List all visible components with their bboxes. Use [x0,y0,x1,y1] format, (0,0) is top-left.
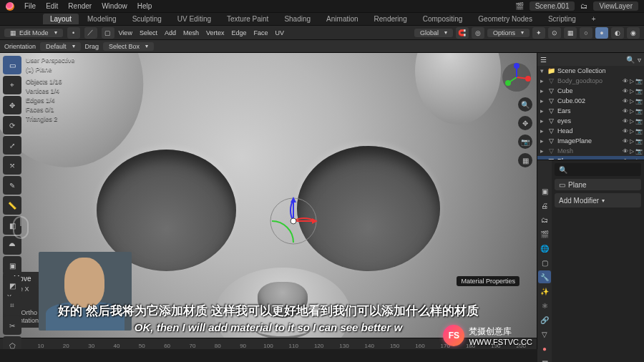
menu-view[interactable]: View [119,29,132,36]
outliner-item-cube[interactable]: ▸▽Cube👁 ▷ 📷 [537,86,644,96]
menu-edit[interactable]: Edit [46,2,58,10]
proptab-physics[interactable]: ⚛ [538,299,551,312]
orientation-dropdown[interactable]: Default [40,42,81,51]
menu-uv[interactable]: UV [275,29,285,36]
proptab-constraints[interactable]: 🔗 [538,313,551,326]
menu-file[interactable]: File [24,2,36,10]
tool-inset[interactable]: ▣ [3,256,21,275]
select-mode-vertex[interactable]: • [67,27,80,39]
outliner-filter-icon[interactable]: ▿ [638,56,641,64]
menu-mesh[interactable]: Mesh [183,29,199,36]
snap-toggle[interactable]: 🧲 [456,27,469,39]
nav-pan-icon[interactable]: ✥ [518,116,532,130]
outliner-display-mode-icon[interactable]: ☰ [540,56,547,64]
nav-camera-icon[interactable]: 📷 [518,134,532,149]
selectable-icon[interactable]: ▷ [630,78,634,84]
menu-render[interactable]: Render [68,2,92,10]
selectable-icon[interactable]: ▷ [630,128,634,134]
outliner-item-head[interactable]: ▸▽Head👁 ▷ 📷 [537,126,644,136]
viewlayer-selector[interactable]: ViewLayer [593,1,638,11]
xray-toggle[interactable]: ▦ [564,27,577,39]
add-modifier-dropdown[interactable]: Add Modifier [555,193,641,207]
eye-icon[interactable]: 👁 [623,148,628,155]
gizmo-toggle[interactable]: ✦ [532,27,545,39]
tab-animation[interactable]: Animation [319,14,365,24]
scene-selector[interactable]: Scene.001 [530,1,575,11]
menu-face[interactable]: Face [253,29,268,36]
properties-search[interactable]: 🔍 [555,163,641,176]
tool-bevel[interactable]: ◩ [3,276,21,295]
tab-add[interactable]: + [585,14,603,24]
nav-zoom-icon[interactable]: 🔍 [518,97,532,112]
proptab-modifiers[interactable]: 🔧 [538,270,551,283]
selectable-icon[interactable]: ▷ [630,118,634,124]
select-mode-face[interactable]: ▢ [102,27,114,39]
tool-select-box[interactable]: ▭ [3,56,21,74]
menu-vertex[interactable]: Vertex [206,29,225,36]
selectable-icon[interactable]: ▷ [630,108,634,114]
menu-edge[interactable]: Edge [231,29,246,36]
tool-transform[interactable]: ⤧ [3,156,21,175]
properties-breadcrumb[interactable]: ▭ Plane [555,179,641,190]
eye-icon[interactable]: 👁 [623,138,628,145]
tab-geometry-nodes[interactable]: Geometry Nodes [471,14,540,24]
proptab-mesh-data[interactable]: ▽ [538,328,551,341]
outliner-item-mesh[interactable]: ▸▽Mesh👁 ▷ 📷 [537,146,644,156]
tab-sculpting[interactable]: Sculpting [125,14,169,24]
outliner-item-body-goodtopo[interactable]: ▸▽Body_goodtopo👁 ▷ 📷 [537,76,644,86]
overlay-toggle[interactable]: ⊙ [548,27,561,39]
menu-window[interactable]: Window [102,2,127,10]
eye-icon[interactable]: 👁 [623,128,628,134]
outliner-item-ears[interactable]: ▸▽Ears👁 ▷ 📷 [537,106,644,116]
transform-orientation[interactable]: Global [414,29,453,37]
shading-wireframe[interactable]: ○ [580,27,592,39]
proptab-particles[interactable]: ✨ [538,285,551,298]
tab-compositing[interactable]: Compositing [416,14,470,24]
render-icon[interactable]: 📷 [635,78,643,84]
selectable-icon[interactable]: ▷ [630,88,634,94]
tab-layout[interactable]: Layout [43,14,79,24]
tab-modeling[interactable]: Modeling [80,14,124,24]
tool-scale[interactable]: ⤢ [3,136,21,155]
proptab-texture[interactable]: ▩ [538,356,551,362]
tab-rendering[interactable]: Rendering [367,14,414,24]
menu-select[interactable]: Select [140,29,157,36]
render-icon[interactable]: 📷 [635,138,643,145]
render-icon[interactable]: 📷 [635,88,643,94]
tab-uv-editing[interactable]: UV Editing [170,14,218,24]
tab-shading[interactable]: Shading [277,14,318,24]
transform-gizmo[interactable] [265,192,322,250]
tool-rotate[interactable]: ⟳ [3,116,21,134]
tool-poly-build[interactable]: ⬠ [3,336,21,349]
eye-icon[interactable]: 👁 [623,78,628,84]
nav-perspective-icon[interactable]: ▦ [518,153,532,167]
tool-measure[interactable]: 📏 [3,196,21,215]
proptab-world[interactable]: 🌐 [538,242,551,255]
outliner-item-cube-002[interactable]: ▸▽Cube.002👁 ▷ 📷 [537,96,644,106]
eye-icon[interactable]: 👁 [623,98,628,104]
proptab-output[interactable]: 🖨 [538,199,551,212]
viewport-3d[interactable]: ▭ ⌖ ✥ ⟳ ⤢ ⤧ ✎ 📏 ◧ ⯊ ▣ ◩ ⌗ ✂ ⬠ User Persp… [0,53,537,349]
tab-scripting[interactable]: Scripting [541,14,583,24]
outliner-search-icon[interactable]: 🔍 [626,56,635,64]
tab-texture-paint[interactable]: Texture Paint [220,14,275,24]
select-mode-edge[interactable]: ／ [84,27,97,39]
proportional-edit-toggle[interactable]: ◎ [472,27,484,39]
selectable-icon[interactable]: ▷ [630,138,634,145]
eye-icon[interactable]: 👁 [623,118,628,124]
tool-move[interactable]: ✥ [3,96,21,114]
selectable-icon[interactable]: ▷ [630,148,634,155]
proptab-viewlayer[interactable]: 🗂 [538,213,551,226]
outliner-item-imageplane[interactable]: ▸▽ImagePlane👁 ▷ 📷 [537,136,644,146]
menu-help[interactable]: Help [137,2,152,10]
proptab-render[interactable]: ▣ [538,185,551,197]
render-icon[interactable]: 📷 [635,98,643,104]
render-icon[interactable]: 📷 [635,108,643,114]
proptab-object[interactable]: ▢ [538,256,551,269]
outliner-scene-collection[interactable]: ▾📁Scene Collection [537,66,644,76]
proptab-material[interactable]: ● [538,342,551,355]
outliner-item-eyes[interactable]: ▸▽eyes👁 ▷ 📷 [537,116,644,126]
tool-annotate[interactable]: ✎ [3,176,21,195]
render-icon[interactable]: 📷 [635,118,643,124]
selectable-icon[interactable]: ▷ [630,98,634,104]
